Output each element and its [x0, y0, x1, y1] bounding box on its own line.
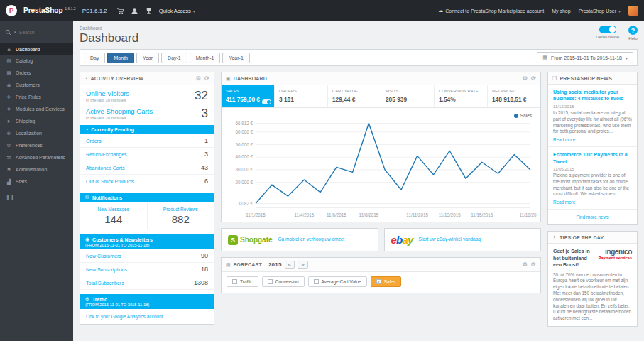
ebay-link[interactable]: Start uw eBay-winkel vandaag [419, 237, 481, 242]
trophy-icon[interactable] [145, 7, 153, 15]
cart-icon[interactable] [116, 7, 124, 15]
traffic-title: Traffic [92, 297, 107, 302]
period-button-day[interactable]: Day [84, 53, 105, 63]
help-icon[interactable]: ? [628, 26, 638, 35]
svg-text:40 000 €: 40 000 € [236, 154, 253, 159]
forecast-toggle-label: Sales [384, 279, 395, 284]
forecast-toggles: Traffic Conversion Average Cart Value ✓ [222, 272, 540, 293]
pending-row-label[interactable]: Return/Exchanges [86, 152, 127, 157]
sidebar-item-dashboard[interactable]: ⌂ Dashboard [0, 43, 73, 55]
read-more-link[interactable]: Read more [553, 200, 632, 205]
chevron-down-icon[interactable]: ▾ [14, 30, 16, 34]
kpi-net-profit[interactable]: Net Profit 148 918,51 € [488, 85, 540, 107]
user-menu[interactable]: PrestaShop User ▾ [579, 9, 621, 13]
dashboard-columns: ◔ Activity overview ⚙ ⟳ Online Visitors … [80, 72, 638, 327]
period-button-month[interactable]: Month [107, 53, 133, 63]
refresh-icon[interactable]: ⟳ [204, 75, 209, 82]
help-label: Help [628, 36, 637, 40]
shopgate-link[interactable]: Ga mobiel en verhoog uw omzet [278, 237, 345, 242]
sidebar-item-label: Orders [16, 70, 31, 75]
avatar[interactable] [628, 6, 638, 16]
sidebar-collapse-button[interactable]: ❚❚ [0, 188, 73, 207]
find-more-news-link[interactable]: Find more news [548, 210, 637, 224]
sidebar-item-customers[interactable]: ◉ Customers [0, 79, 73, 91]
marketplace-connect-link[interactable]: ☁ Connect to PrestaShop Marketplace acco… [438, 8, 544, 13]
sidebar-item-shipping[interactable]: ➤ Shipping [0, 115, 73, 127]
date-range-picker[interactable]: ▦ From 2015-11-01 To 2015-11-18 ▾ [537, 52, 633, 63]
period-button-month-1[interactable]: Month-1 [190, 53, 221, 63]
sidebar-item-price-rules[interactable]: ✚ Price Rules [0, 91, 73, 103]
new-messages-stat[interactable]: New Messages 144 [80, 202, 147, 230]
sidebar-item-preferences[interactable]: ⚙ Preferences [0, 139, 73, 151]
kpi-toggle[interactable] [262, 99, 271, 104]
next-year-button[interactable]: » [298, 261, 308, 269]
tips-content: Geef je Sales in het buitenland een Boos… [548, 244, 637, 326]
gear-icon[interactable]: ⚙ [523, 261, 528, 268]
kpi-conversion-rate[interactable]: Conversion Rate 1.54% [435, 85, 488, 107]
forecast-toggle-average-cart-value[interactable]: Average Cart Value [308, 276, 367, 287]
news-article-title[interactable]: Using social media for your business: 4 … [553, 89, 632, 102]
chart-legend[interactable]: Sales [514, 113, 532, 118]
active-carts-label[interactable]: Active Shopping Carts [86, 107, 153, 115]
quick-access-menu[interactable]: Quick Access ▾ [159, 8, 195, 14]
forecast-toggle-conversion[interactable]: Conversion [262, 276, 305, 287]
search-icon [5, 26, 11, 38]
checkbox-icon [232, 279, 237, 284]
page-head-left: Dashboard Dashboard [80, 26, 138, 45]
ebay-promo-card[interactable]: ebay Start uw eBay-winkel vandaag [384, 228, 542, 251]
refresh-icon[interactable]: ⟳ [531, 261, 536, 268]
brand-version: 1.6.1.2 [65, 6, 75, 11]
legend-label: Sales [520, 113, 532, 118]
online-visitors-label[interactable]: Online Visitors [86, 90, 129, 97]
google-analytics-link[interactable]: Link to your Google Analytics account [80, 309, 214, 324]
kpi-visits[interactable]: Visits 205 939 [381, 85, 435, 107]
kpi-orders[interactable]: Orders 3 181 [275, 85, 328, 107]
forecast-toggle-sales[interactable]: ✓ Sales [371, 276, 401, 287]
gear-icon[interactable]: ⚙ [196, 75, 201, 82]
customers-row-label[interactable]: New Customers [86, 254, 121, 259]
customers-row-label[interactable]: New Subscriptions [86, 267, 127, 272]
page-head-right: Demo mode ? Help [596, 26, 638, 40]
sidebar-item-stats[interactable]: ▟ Stats [0, 175, 73, 188]
period-button-year-1[interactable]: Year-1 [222, 53, 249, 63]
read-more-link[interactable]: Read more [553, 137, 632, 142]
forecast-toggle-traffic[interactable]: Traffic [227, 276, 258, 287]
online-visitors-sub: in the last 30 minutes [86, 98, 129, 102]
pending-row-label[interactable]: Out of Stock Products [86, 179, 134, 184]
kpi-cart-value[interactable]: Cart Value 129,44 € [328, 85, 381, 107]
sidebar-item-orders[interactable]: ▦ Orders [0, 67, 73, 79]
period-button-day-1[interactable]: Day-1 [161, 53, 187, 63]
pending-row-abandoned-carts: Abandoned Carts 43 [80, 161, 214, 175]
search-input[interactable] [19, 30, 68, 35]
sidebar-item-advanced-parameters[interactable]: ⚒ Advanced Parameters [0, 151, 73, 163]
pending-row-label[interactable]: Abandoned Carts [86, 166, 124, 170]
my-shop-link[interactable]: My shop [552, 9, 570, 13]
prestashop-backoffice: P PrestaShop 1.6.1.2 PS1.6.1.2 Quick Acc… [0, 0, 644, 341]
marketplace-connect-label: Connect to PrestaShop Marketplace accoun… [445, 9, 544, 13]
product-reviews-stat[interactable]: Product Reviews 882 [147, 202, 214, 230]
panel-header-icons: ⚙ ⟳ [196, 75, 209, 82]
period-button-year[interactable]: Year [136, 53, 159, 63]
demo-mode-toggle[interactable] [599, 26, 616, 33]
stats-icon: ▟ [6, 179, 12, 185]
previous-year-button[interactable]: « [285, 261, 295, 269]
news-article-title[interactable]: Ecommerce 101: Payments in a Tweet [553, 151, 632, 165]
cloud-icon: ☁ [438, 8, 443, 13]
customers-row-label[interactable]: Total Subscribers [86, 281, 124, 286]
svg-text:11/18/2015: 11/18/2015 [519, 212, 537, 217]
checkbox-icon [314, 279, 319, 284]
catalog-icon: ▤ [6, 58, 12, 64]
sidebar-item-modules[interactable]: ❖ Modules and Services [0, 103, 73, 115]
kpi-sales[interactable]: Sales 411 759,00 € [222, 85, 275, 107]
profile-icon[interactable] [131, 7, 138, 15]
pending-row-label[interactable]: Orders [86, 139, 101, 144]
sidebar-item-catalog[interactable]: ▤ Catalog [0, 55, 73, 67]
sidebar-item-administration[interactable]: ⚑ Administration [0, 163, 73, 175]
refresh-icon[interactable]: ⟳ [531, 75, 536, 82]
news-panel-header: ❑ PrestaShop News [548, 72, 637, 85]
sidebar-item-localization[interactable]: ⊕ Localization [0, 127, 73, 139]
shopgate-promo-card[interactable]: S Shopgate Ga mobiel en verhoog uw omzet [221, 228, 378, 251]
gear-icon[interactable]: ⚙ [523, 75, 528, 82]
active-carts-sub: in the last 30 minutes [86, 116, 153, 120]
sales-line-chart: 66 912 €60 000 €50 000 €40 000 €30 000 €… [224, 112, 537, 220]
